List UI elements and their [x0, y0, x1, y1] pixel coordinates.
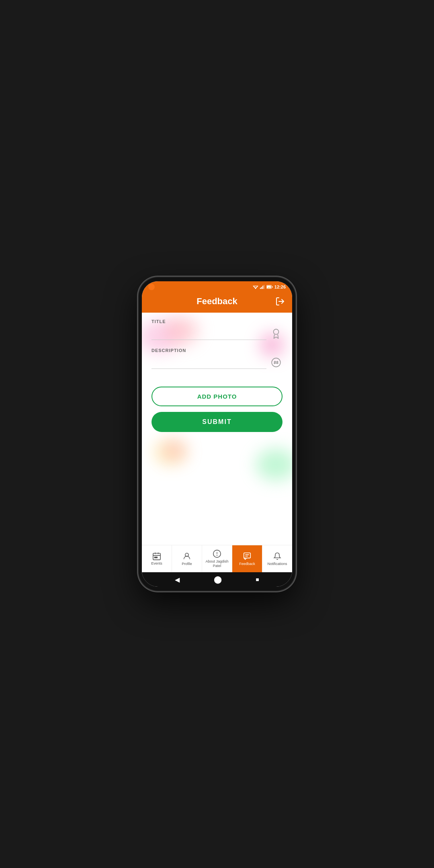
svg-rect-16 [155, 557, 156, 558]
phone-frame: ⚡ 12:26 Feedback [139, 277, 295, 591]
phone-screen: ⚡ 12:26 Feedback [142, 281, 292, 587]
status-icons: ⚡ 12:26 [253, 285, 286, 289]
profile-label: Profile [182, 562, 192, 566]
svg-point-13 [274, 329, 279, 334]
nav-item-profile[interactable]: Profile [172, 545, 202, 572]
svg-rect-6 [262, 286, 263, 289]
recents-button[interactable]: ■ [256, 576, 259, 583]
nav-item-notifications[interactable]: Notifications [262, 545, 292, 572]
main-content: TITLE DESCRIPTION [142, 313, 292, 545]
description-field-group: DESCRIPTION [151, 348, 283, 369]
status-dot [148, 284, 155, 290]
back-button[interactable]: ◀ [175, 576, 180, 583]
blob-yellow [154, 440, 186, 465]
status-bar: ⚡ 12:26 [142, 281, 292, 293]
logout-button[interactable] [274, 296, 286, 307]
events-label: Events [151, 561, 162, 566]
svg-point-14 [272, 358, 280, 367]
svg-rect-7 [264, 285, 264, 289]
bottom-nav: Events Profile [142, 545, 292, 572]
feedback-label: Feedback [239, 562, 255, 566]
description-label: DESCRIPTION [151, 348, 283, 353]
feedback-form: TITLE DESCRIPTION [142, 313, 292, 383]
nav-item-events[interactable]: Events [142, 545, 172, 572]
svg-rect-4 [260, 288, 261, 289]
svg-rect-15 [153, 553, 160, 559]
header-title: Feedback [160, 296, 274, 307]
about-icon [213, 549, 221, 558]
phone-nav-bar: ◀ ⬤ ■ [142, 572, 292, 587]
svg-rect-10 [272, 287, 272, 288]
submit-button[interactable]: SUBMIT [151, 412, 283, 432]
feedback-icon [243, 552, 252, 561]
svg-rect-17 [156, 557, 158, 558]
wifi-icon [253, 285, 258, 289]
status-time: 12:26 [274, 285, 286, 289]
home-button[interactable]: ⬤ [214, 575, 222, 584]
title-row [151, 327, 283, 340]
battery-icon: ⚡ [266, 285, 273, 289]
notifications-label: Notifications [267, 562, 287, 566]
svg-text:⚡: ⚡ [268, 286, 270, 289]
notifications-icon [273, 552, 281, 561]
profile-icon [183, 552, 191, 561]
award-icon [270, 327, 283, 340]
hashtag-icon [270, 356, 283, 369]
svg-rect-5 [261, 287, 262, 289]
add-photo-button[interactable]: ADD PHOTO [151, 387, 283, 406]
title-label: TITLE [151, 319, 283, 324]
signal-icon [260, 285, 265, 289]
events-icon [152, 552, 161, 560]
description-input[interactable] [151, 359, 266, 369]
about-label: About Jagdish Patel [203, 559, 231, 568]
nav-item-about[interactable]: About Jagdish Patel [202, 545, 232, 572]
blob-green [256, 448, 292, 481]
app-header: Feedback [142, 293, 292, 313]
description-row [151, 356, 283, 369]
title-field-group: TITLE [151, 319, 283, 340]
title-input[interactable] [151, 330, 266, 340]
blob-red-bottom [162, 440, 186, 461]
svg-rect-22 [244, 553, 251, 558]
action-buttons: ADD PHOTO SUBMIT [142, 383, 292, 435]
nav-item-feedback[interactable]: Feedback [232, 545, 262, 572]
